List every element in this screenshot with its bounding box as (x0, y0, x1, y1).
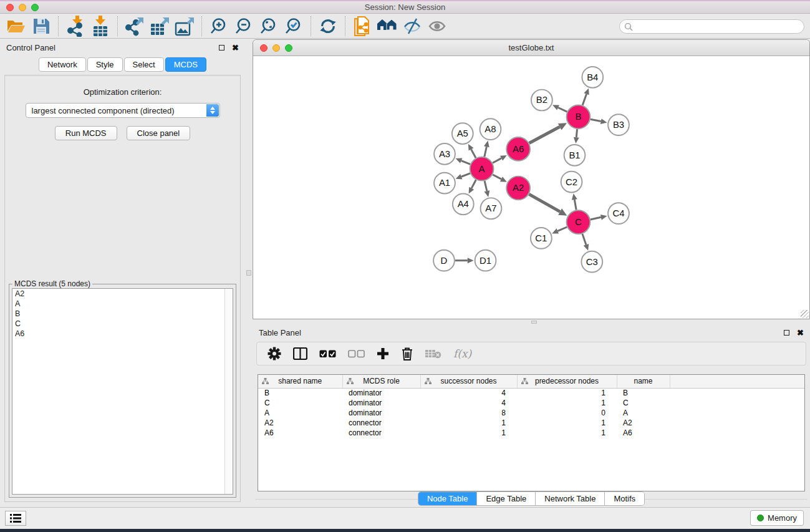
tab-style[interactable]: Style (87, 57, 123, 72)
float-panel-icon[interactable] (784, 330, 789, 336)
zoom-in-button[interactable] (206, 16, 231, 37)
refresh-button[interactable] (316, 16, 340, 37)
column-header[interactable]: name (617, 375, 670, 388)
hide-panel-button[interactable] (400, 16, 425, 37)
settings-gear-button[interactable] (268, 347, 281, 360)
network-canvas[interactable]: B4B2BB3A8A5A6A3B1AC2A1A2A4A7C4CC1C3DD1 (254, 57, 809, 318)
delete-table-button[interactable] (425, 349, 441, 359)
open-session-button[interactable] (4, 16, 29, 37)
tab-network-table[interactable]: Network Table (535, 492, 604, 505)
column-header[interactable]: successor nodes (420, 375, 517, 388)
export-table-button[interactable] (147, 16, 172, 37)
result-item[interactable]: A2 (12, 289, 233, 299)
export-image-button[interactable] (172, 16, 197, 37)
table-row[interactable]: Adominator80A (258, 408, 804, 418)
splitter-grip[interactable] (531, 321, 537, 324)
function-builder-button[interactable]: f(x) (453, 347, 471, 360)
eye-icon (428, 18, 446, 34)
memory-label: Memory (768, 513, 797, 523)
select-all-button[interactable] (319, 350, 336, 358)
deselect-all-button[interactable] (348, 350, 365, 358)
save-session-button[interactable] (29, 16, 54, 37)
edge-A-A7[interactable] (485, 181, 487, 191)
edge-A-A2[interactable] (493, 175, 501, 179)
zoom-in-icon (210, 17, 228, 35)
tab-mcds[interactable]: MCDS (165, 57, 206, 72)
edge-B-B2[interactable] (558, 107, 567, 112)
node-label: A4 (458, 199, 469, 209)
table-row[interactable]: A2connector11A2 (258, 418, 804, 428)
tab-node-table[interactable]: Node Table (418, 492, 477, 505)
vertical-splitter[interactable] (245, 39, 253, 507)
table-row[interactable]: A6connector11A6 (258, 428, 804, 438)
close-window-button[interactable] (6, 4, 14, 11)
new-network-from-file-button[interactable] (350, 16, 375, 37)
criterion-select[interactable]: largest connected component (directed) (26, 103, 220, 118)
zoom-selected-button[interactable] (281, 16, 306, 37)
result-item[interactable]: C (12, 319, 233, 329)
close-panel-icon[interactable]: ✖ (232, 44, 239, 52)
edge-B-B4[interactable] (582, 94, 586, 105)
edge-A6-B[interactable] (529, 127, 560, 143)
edge-C-C3[interactable] (582, 234, 586, 245)
edge-B-B1[interactable] (576, 129, 577, 137)
column-header[interactable]: predecessor nodes (517, 375, 617, 388)
edge-A-A5[interactable] (471, 149, 476, 158)
edge-A-A8[interactable] (485, 147, 487, 157)
table-row[interactable]: Cdominator41C (258, 398, 804, 408)
edge-C-C1[interactable] (557, 227, 567, 231)
column-header[interactable]: MCDS role (342, 375, 420, 388)
horizontal-splitter[interactable] (253, 320, 810, 324)
zoom-window-button[interactable] (31, 4, 39, 11)
edge-A2-C[interactable] (529, 194, 560, 211)
delete-column-button[interactable] (401, 347, 413, 360)
memory-button[interactable]: Memory (750, 510, 804, 526)
mcds-result-list[interactable]: A2ABCA6 (12, 288, 233, 495)
export-network-button[interactable] (122, 16, 147, 37)
net-close-button[interactable] (260, 44, 268, 52)
result-scrollbar[interactable] (224, 289, 233, 494)
tab-motifs[interactable]: Motifs (604, 492, 644, 505)
toolbar-separator (58, 16, 59, 36)
network-graph[interactable]: B4B2BB3A8A5A6A3B1AC2A1A2A4A7C4CC1C3DD1 (254, 57, 809, 318)
net-zoom-button[interactable] (285, 44, 292, 52)
float-panel-icon[interactable] (219, 45, 224, 51)
table-cell: dominator (342, 398, 420, 408)
add-column-button[interactable] (377, 347, 389, 360)
tab-select[interactable]: Select (124, 57, 164, 72)
edge-A-A1[interactable] (461, 173, 470, 177)
zoom-fit-button[interactable] (256, 16, 281, 37)
show-panel-button[interactable] (425, 16, 450, 37)
show-columns-button[interactable] (293, 347, 307, 360)
minimize-window-button[interactable] (19, 4, 26, 11)
run-mcds-button[interactable]: Run MCDS (55, 126, 117, 140)
task-history-button[interactable] (5, 511, 26, 526)
edge-A-A4[interactable] (471, 180, 476, 188)
network-window-titlebar[interactable]: testGlobe.txt (253, 40, 809, 56)
net-minimize-button[interactable] (272, 44, 280, 52)
edge-A-A3[interactable] (461, 161, 470, 165)
attribute-tree-icon (347, 378, 354, 385)
result-item[interactable]: A6 (12, 329, 233, 339)
edge-A-A6[interactable] (493, 158, 501, 163)
table-row[interactable]: Bdominator41B (258, 388, 804, 398)
close-panel-button[interactable]: Close panel (127, 126, 191, 140)
search-field[interactable] (619, 19, 804, 34)
result-item[interactable]: A (12, 299, 233, 309)
edge-C-C4[interactable] (591, 217, 601, 220)
import-table-button[interactable] (88, 16, 113, 37)
import-network-button[interactable] (63, 16, 88, 37)
edge-B-B3[interactable] (591, 119, 601, 121)
zoom-out-button[interactable] (231, 16, 256, 37)
close-panel-icon[interactable]: ✖ (797, 329, 804, 337)
tab-network[interactable]: Network (39, 57, 86, 72)
tab-edge-table[interactable]: Edge Table (476, 492, 535, 505)
edge-C-C2[interactable] (574, 200, 576, 210)
home-layout-button[interactable] (375, 16, 400, 37)
result-item[interactable]: B (12, 309, 233, 319)
splitter-grip[interactable] (246, 270, 251, 276)
column-header[interactable]: shared name (258, 375, 342, 388)
window-resize-grip[interactable] (801, 310, 809, 318)
node-label: A5 (457, 128, 468, 138)
search-input[interactable] (633, 21, 804, 32)
